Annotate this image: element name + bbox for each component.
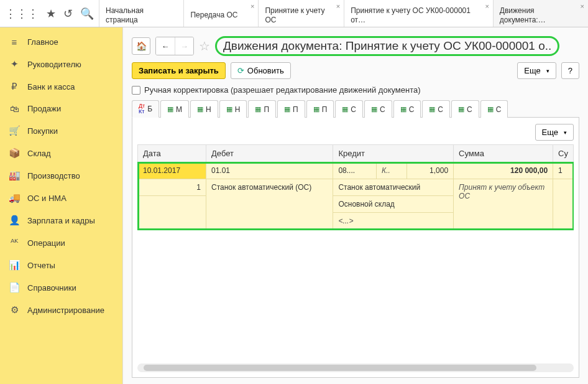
register-tab[interactable]: ▦П (306, 100, 334, 118)
register-tab-label: Н (206, 105, 211, 114)
sidebar-item[interactable]: 📦Склад (0, 142, 122, 164)
sidebar-label: Администрирование (27, 306, 104, 315)
sidebar-icon: 🏭 (9, 170, 20, 181)
col-su[interactable]: Су (553, 145, 574, 162)
register-tab[interactable]: ▦С (335, 100, 363, 118)
sidebar-icon: ₽ (9, 81, 20, 92)
refresh-icon: ⟳ (237, 66, 244, 75)
star-icon[interactable]: ★ (46, 7, 56, 21)
sidebar-item[interactable]: ᴬᴷОперации (0, 232, 122, 254)
register-tab[interactable]: ▦П (248, 100, 276, 118)
grid-icon: ▦ (226, 105, 232, 113)
sidebar-icon: 👤 (9, 215, 20, 226)
register-tab[interactable]: ▦П (277, 100, 305, 118)
close-icon[interactable]: × (250, 2, 254, 10)
sidebar-item[interactable]: 👤Зарплата и кадры (0, 209, 122, 232)
page-title: Движения документа: Принятие к учету ОС … (215, 36, 579, 56)
sidebar-item[interactable]: ⚙Администрирование (0, 299, 122, 321)
register-tab-label: П (264, 105, 269, 114)
register-tab[interactable]: ▦С (393, 100, 421, 118)
forward-button[interactable]: → (175, 37, 193, 55)
sidebar-item[interactable]: ₽Банк и касса (0, 75, 122, 98)
apps-icon[interactable]: ⋮⋮⋮ (5, 7, 39, 21)
sidebar-item[interactable]: ≡Главное (0, 31, 122, 53)
tab[interactable]: Передача ОС× (183, 0, 258, 27)
register-tab[interactable]: ▦С (451, 100, 479, 118)
sidebar-item[interactable]: 🏭Производство (0, 164, 122, 187)
history-icon[interactable]: ↺ (63, 7, 73, 21)
register-tab[interactable]: ▦С (480, 100, 508, 118)
sidebar-label: Операции (27, 238, 65, 248)
grid-more-button[interactable]: Еще (535, 124, 574, 141)
sidebar-label: Производство (27, 171, 80, 180)
tab-strip: Начальная страницаПередача ОС×Принятие к… (99, 0, 588, 27)
sidebar-label: Руководителю (27, 60, 81, 69)
register-tab-label: С (438, 105, 443, 114)
tab[interactable]: Принятие к учету ОС УК00-000001 от…× (344, 0, 493, 27)
cell-lineno: 1 (138, 179, 206, 196)
sidebar-item[interactable]: ✦Руководителю (0, 53, 122, 75)
close-icon[interactable]: × (336, 2, 340, 10)
manual-edit-checkbox[interactable] (132, 86, 140, 95)
save-close-button[interactable]: Записать и закрыть (132, 62, 226, 79)
grid-icon: ▦ (487, 105, 494, 113)
tab[interactable]: Начальная страница (99, 0, 183, 27)
sidebar-item[interactable]: 🛍Продажи (0, 98, 122, 119)
cell-qty: 1,000 (407, 162, 454, 179)
title-bar: 🏠 ← → ☆ Движения документа: Принятие к у… (132, 36, 579, 56)
back-button[interactable]: ← (156, 37, 175, 55)
horizontal-scrollbar[interactable] (137, 363, 574, 372)
cell-credit-acct: 08.... (333, 162, 377, 179)
register-tab[interactable]: ▦Н (219, 100, 247, 118)
grid-icon: ▦ (313, 105, 319, 113)
cell-credit-obj2: Основной склад (333, 196, 454, 213)
cell-empty (553, 179, 574, 230)
col-date[interactable]: Дата (138, 145, 206, 162)
cell-sum: 120 000,00 (454, 162, 553, 179)
sidebar-item[interactable]: 📊Отчеты (0, 254, 122, 276)
register-tab[interactable]: ▦С (422, 100, 450, 118)
cell-k: К.. (377, 162, 407, 179)
search-icon[interactable]: 🔍 (80, 7, 94, 21)
register-tab-label: С (496, 105, 502, 114)
top-bar: ⋮⋮⋮ ★ ↺ 🔍 Начальная страницаПередача ОС×… (0, 0, 588, 27)
tab-content: Еще Дата Дебет Кредит Сумма Су (132, 118, 579, 378)
sidebar-item[interactable]: 🛒Покупки (0, 119, 122, 142)
scrollbar-thumb[interactable] (144, 365, 536, 371)
register-tab[interactable]: ▦С (364, 100, 392, 118)
topbar-icon-group: ⋮⋮⋮ ★ ↺ 🔍 (0, 0, 99, 27)
grid-icon: ▦ (167, 105, 173, 113)
register-tab-label: С (409, 105, 415, 114)
more-button[interactable]: Еще (517, 62, 556, 79)
help-button[interactable]: ? (561, 62, 579, 79)
cell-date: 10.01.2017 (138, 162, 206, 179)
grid-icon: ▦ (255, 105, 261, 113)
sidebar-item[interactable]: 📄Справочники (0, 276, 122, 299)
tab[interactable]: Принятие к учету ОС× (258, 0, 344, 27)
cell-debit-acct: 01.01 (206, 162, 333, 179)
sidebar-icon: ✦ (9, 59, 20, 70)
sidebar-icon: ᴬᴷ (9, 237, 20, 248)
register-tab-label: С (351, 105, 356, 114)
sidebar-label: Банк и касса (27, 82, 75, 91)
register-tab-label: П (322, 105, 328, 114)
col-debit[interactable]: Дебет (206, 145, 333, 162)
favorite-icon[interactable]: ☆ (199, 39, 210, 54)
close-icon[interactable]: × (485, 2, 489, 10)
home-button[interactable]: 🏠 (132, 37, 150, 55)
refresh-button[interactable]: ⟳Обновить (231, 62, 291, 79)
register-tab[interactable]: ДтКтБ (132, 100, 159, 118)
main-area: 🏠 ← → ☆ Движения документа: Принятие к у… (123, 27, 588, 384)
cell-empty2 (138, 196, 206, 230)
col-sum[interactable]: Сумма (454, 145, 553, 162)
postings-grid: Дата Дебет Кредит Сумма Су 10.01.2017 01… (137, 144, 574, 230)
close-icon[interactable]: × (581, 2, 584, 10)
sidebar-item[interactable]: 🚚ОС и НМА (0, 187, 122, 209)
register-tab[interactable]: ▦М (160, 100, 189, 118)
tab[interactable]: Движения документа:…× (493, 0, 588, 27)
grid-icon: ▦ (342, 105, 348, 113)
grid-icon: ▦ (371, 105, 377, 113)
register-tab[interactable]: ▦Н (190, 100, 218, 118)
col-credit[interactable]: Кредит (333, 145, 454, 162)
posting-row[interactable]: 10.01.2017 01.01 08.... К.. 1,000 120 00… (138, 162, 574, 230)
